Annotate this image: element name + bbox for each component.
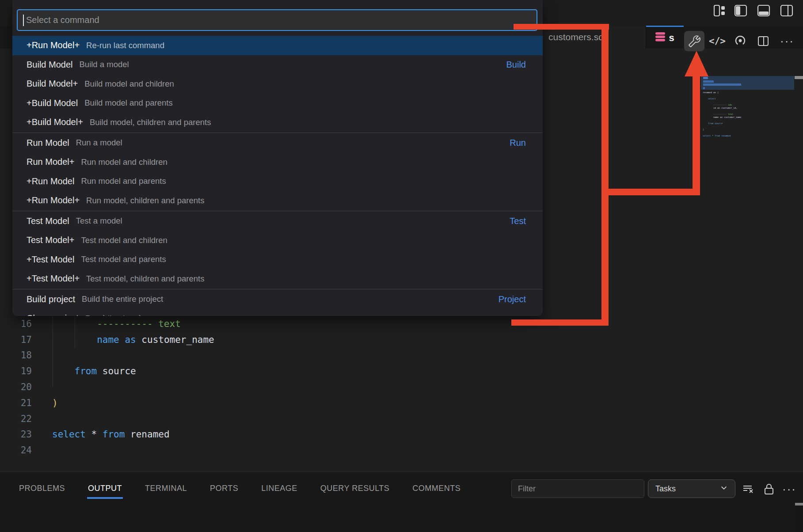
more-actions-icon[interactable]: ··· xyxy=(776,31,798,51)
compile-code-icon[interactable]: </> xyxy=(707,31,727,51)
command-item[interactable]: Run Model+Run model and children xyxy=(12,152,543,172)
tasks-dropdown[interactable]: Tasks xyxy=(648,479,735,498)
minimap-line xyxy=(703,94,741,97)
command-item[interactable]: Clean projectRun `dbt clean` xyxy=(12,309,543,316)
command-title: +Test Model xyxy=(27,255,74,265)
editor-scrollbar[interactable] xyxy=(795,76,803,79)
command-description: Run model and children xyxy=(81,157,167,167)
tab-label: customers.sql xyxy=(548,32,606,42)
code-line: 24 xyxy=(0,442,530,458)
command-title: +Build Model xyxy=(27,98,78,108)
command-title: +Run Model xyxy=(27,176,74,186)
minimap-line xyxy=(703,125,741,128)
code-text: name as customer_name xyxy=(52,334,214,345)
command-item[interactable]: +Run Model+Run model, children and paren… xyxy=(12,191,543,210)
clear-output-icon[interactable] xyxy=(740,482,756,497)
wrench-icon[interactable] xyxy=(684,31,704,51)
command-item[interactable]: Build ModelBuild a modelBuild xyxy=(12,55,543,75)
command-description: Run a model xyxy=(76,138,122,148)
indent-guide xyxy=(75,316,75,348)
minimap[interactable]: renamed as ( select ---------- ids id as… xyxy=(703,91,741,137)
command-description: Build model and children xyxy=(84,79,174,89)
code-text: select * from renamed xyxy=(52,429,170,440)
command-item[interactable]: Build Model+Build model and children xyxy=(12,74,543,94)
command-group-tag: Run xyxy=(510,138,526,148)
panel-tab-ports[interactable]: PORTS xyxy=(209,479,239,499)
command-palette: +Run Model+Re-run last commandBuild Mode… xyxy=(12,0,543,316)
tab-active-file[interactable]: s xyxy=(646,26,684,49)
command-item[interactable]: Build projectBuild the entire projectPro… xyxy=(12,290,543,309)
command-title: Clean project xyxy=(27,313,79,316)
line-number: 18 xyxy=(0,350,32,361)
command-title: +Build Model+ xyxy=(27,117,83,127)
panel-tab-comments[interactable]: COMMENTS xyxy=(411,479,461,499)
code-line: 16 ---------- text xyxy=(0,316,530,332)
more-icon[interactable]: ··· xyxy=(781,482,797,497)
command-description: Test model and children xyxy=(81,236,167,245)
chevron-down-icon xyxy=(720,484,728,494)
command-description: Re-run last command xyxy=(86,41,164,50)
command-item[interactable]: Run ModelRun a modelRun xyxy=(12,133,543,153)
minimap-line xyxy=(703,100,741,103)
command-item[interactable]: +Test Model+Test model, children and par… xyxy=(12,269,543,289)
code-editor[interactable]: 16 ---------- text17 name as customer_na… xyxy=(0,316,530,458)
database-icon xyxy=(655,32,665,44)
code-text: from source xyxy=(52,366,136,376)
code-line: 20 xyxy=(0,379,530,395)
command-input-wrap xyxy=(17,9,537,31)
minimap-selection xyxy=(701,76,794,90)
command-item[interactable]: Test Model+Test model and children xyxy=(12,231,543,250)
panel-scrollbar[interactable] xyxy=(795,503,803,505)
command-input[interactable] xyxy=(25,15,537,26)
command-description: Test model, children and parents xyxy=(86,274,204,284)
minimap-line: from source xyxy=(703,122,741,125)
command-item[interactable]: +Build Model+Build model, children and p… xyxy=(12,113,543,132)
command-group-tag: Build xyxy=(506,60,526,70)
command-title: Test Model+ xyxy=(27,235,74,245)
code-line: 17 name as customer_name xyxy=(0,332,530,348)
line-number: 23 xyxy=(0,429,32,440)
code-text: ---------- text xyxy=(52,319,181,329)
command-title: Build Model xyxy=(27,60,73,70)
command-title: Run Model+ xyxy=(27,157,74,167)
panel-tab-terminal[interactable]: TERMINAL xyxy=(144,479,188,499)
minimap-line: ---------- text xyxy=(703,113,741,116)
command-title: Test Model xyxy=(27,216,69,226)
panel-tab-query-results[interactable]: QUERY RESULTS xyxy=(320,479,391,499)
panel-scrollbar-track xyxy=(795,503,803,532)
customize-layout-icon[interactable] xyxy=(712,4,727,18)
panel-tab-problems[interactable]: PROBLEMS xyxy=(18,479,66,499)
line-number: 19 xyxy=(0,366,32,376)
command-item[interactable]: +Test ModelTest model and parents xyxy=(12,250,543,270)
code-text: ) xyxy=(52,398,58,408)
command-item[interactable]: +Build ModelBuild model and parents xyxy=(12,94,543,113)
command-title: Build Model+ xyxy=(27,79,78,89)
panel-tab-output[interactable]: OUTPUT xyxy=(87,479,123,499)
lock-icon[interactable] xyxy=(761,482,777,497)
filter-input[interactable] xyxy=(511,479,644,498)
toggle-panel-icon[interactable] xyxy=(756,4,771,18)
split-editor-icon[interactable] xyxy=(753,31,773,51)
command-title: +Run Model+ xyxy=(27,195,80,205)
command-description: Test model and parents xyxy=(81,255,166,264)
minimap-line: select * from renamed xyxy=(703,134,741,137)
code-line: 23select * from renamed xyxy=(0,427,530,443)
panel-tab-bar: PROBLEMSOUTPUTTERMINALPORTSLINEAGEQUERY … xyxy=(18,479,461,499)
minimap-line: id as customer_id, xyxy=(703,106,741,110)
line-number: 17 xyxy=(0,334,32,345)
command-item[interactable]: Test ModelTest a modelTest xyxy=(12,212,543,231)
toggle-primary-sidebar-icon[interactable] xyxy=(733,4,748,18)
command-description: Build the entire project xyxy=(82,294,163,304)
command-description: Build a model xyxy=(80,60,129,69)
command-title: Build project xyxy=(27,294,75,304)
minimap-line: renamed as ( xyxy=(703,91,741,94)
toggle-secondary-sidebar-icon[interactable] xyxy=(779,4,794,18)
annotation-arrow-bottom-segment xyxy=(511,319,609,326)
tab-label: s xyxy=(669,32,674,44)
line-number: 20 xyxy=(0,382,32,392)
preview-icon[interactable] xyxy=(730,31,750,51)
command-item[interactable]: +Run Model+Re-run last command xyxy=(12,36,543,55)
command-description: Test a model xyxy=(76,216,122,226)
panel-tab-lineage[interactable]: LINEAGE xyxy=(260,479,298,499)
command-item[interactable]: +Run ModelRun model and parents xyxy=(12,172,543,191)
